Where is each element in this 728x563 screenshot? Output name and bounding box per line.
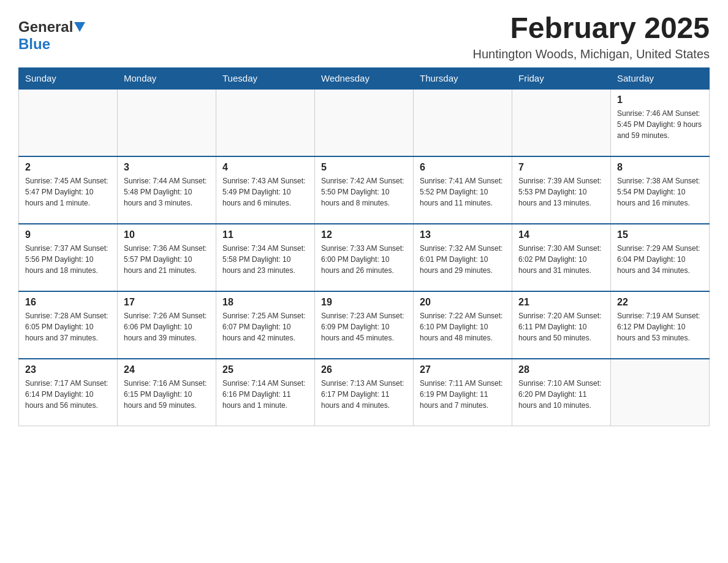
logo: General Blue: [18, 12, 85, 53]
day-number: 21: [518, 297, 604, 308]
day-info: Sunrise: 7:36 AM Sunset: 5:57 PM Dayligh…: [124, 243, 210, 276]
calendar-cell: 18Sunrise: 7:25 AM Sunset: 6:07 PM Dayli…: [216, 291, 315, 359]
calendar-cell: [315, 89, 414, 156]
col-wednesday: Wednesday: [315, 67, 414, 89]
day-number: 9: [25, 229, 111, 240]
calendar-cell: 8Sunrise: 7:38 AM Sunset: 5:54 PM Daylig…: [611, 156, 710, 224]
calendar-cell: 16Sunrise: 7:28 AM Sunset: 6:05 PM Dayli…: [19, 291, 118, 359]
day-info: Sunrise: 7:20 AM Sunset: 6:11 PM Dayligh…: [518, 310, 604, 343]
day-number: 4: [222, 162, 308, 173]
day-info: Sunrise: 7:37 AM Sunset: 5:56 PM Dayligh…: [25, 243, 111, 276]
col-monday: Monday: [118, 67, 216, 89]
day-number: 18: [222, 297, 308, 308]
day-info: Sunrise: 7:38 AM Sunset: 5:54 PM Dayligh…: [617, 175, 703, 209]
day-info: Sunrise: 7:34 AM Sunset: 5:58 PM Dayligh…: [222, 243, 308, 276]
day-number: 8: [617, 162, 703, 173]
calendar-cell: 17Sunrise: 7:26 AM Sunset: 6:06 PM Dayli…: [118, 291, 216, 359]
calendar-cell: 9Sunrise: 7:37 AM Sunset: 5:56 PM Daylig…: [19, 224, 118, 291]
day-info: Sunrise: 7:25 AM Sunset: 6:07 PM Dayligh…: [222, 310, 308, 343]
day-info: Sunrise: 7:42 AM Sunset: 5:50 PM Dayligh…: [321, 175, 407, 209]
calendar-cell: 6Sunrise: 7:41 AM Sunset: 5:52 PM Daylig…: [414, 156, 512, 224]
day-info: Sunrise: 7:16 AM Sunset: 6:15 PM Dayligh…: [124, 378, 210, 411]
day-number: 26: [321, 364, 407, 375]
day-number: 11: [222, 229, 308, 240]
calendar-week-row: 23Sunrise: 7:17 AM Sunset: 6:14 PM Dayli…: [19, 359, 710, 426]
day-number: 25: [222, 364, 308, 375]
col-tuesday: Tuesday: [216, 67, 315, 89]
day-number: 27: [420, 364, 506, 375]
calendar-cell: 3Sunrise: 7:44 AM Sunset: 5:48 PM Daylig…: [118, 156, 216, 224]
day-info: Sunrise: 7:26 AM Sunset: 6:06 PM Dayligh…: [124, 310, 210, 343]
day-info: Sunrise: 7:19 AM Sunset: 6:12 PM Dayligh…: [617, 310, 703, 343]
day-number: 3: [124, 162, 210, 173]
calendar-cell: 25Sunrise: 7:14 AM Sunset: 6:16 PM Dayli…: [216, 359, 315, 426]
day-info: Sunrise: 7:28 AM Sunset: 6:05 PM Dayligh…: [25, 310, 111, 343]
day-info: Sunrise: 7:41 AM Sunset: 5:52 PM Dayligh…: [420, 175, 506, 209]
calendar-cell: 27Sunrise: 7:11 AM Sunset: 6:19 PM Dayli…: [414, 359, 512, 426]
day-number: 15: [617, 229, 703, 240]
calendar-week-row: 16Sunrise: 7:28 AM Sunset: 6:05 PM Dayli…: [19, 291, 710, 359]
calendar-week-row: 9Sunrise: 7:37 AM Sunset: 5:56 PM Daylig…: [19, 224, 710, 291]
title-area: February 2025 Huntington Woods, Michigan…: [472, 12, 710, 61]
calendar-cell: [216, 89, 315, 156]
calendar-week-row: 2Sunrise: 7:45 AM Sunset: 5:47 PM Daylig…: [19, 156, 710, 224]
day-number: 19: [321, 297, 407, 308]
day-number: 23: [25, 364, 111, 375]
calendar-cell: [414, 89, 512, 156]
day-number: 6: [420, 162, 506, 173]
calendar-cell: 2Sunrise: 7:45 AM Sunset: 5:47 PM Daylig…: [19, 156, 118, 224]
day-info: Sunrise: 7:45 AM Sunset: 5:47 PM Dayligh…: [25, 175, 111, 209]
day-info: Sunrise: 7:32 AM Sunset: 6:01 PM Dayligh…: [420, 243, 506, 276]
day-number: 14: [518, 229, 604, 240]
day-number: 24: [124, 364, 210, 375]
col-friday: Friday: [512, 67, 611, 89]
col-saturday: Saturday: [611, 67, 710, 89]
day-number: 5: [321, 162, 407, 173]
calendar-cell: [512, 89, 611, 156]
calendar-cell: 24Sunrise: 7:16 AM Sunset: 6:15 PM Dayli…: [118, 359, 216, 426]
day-number: 10: [124, 229, 210, 240]
page-header: General Blue February 2025 Huntington Wo…: [18, 12, 710, 61]
day-info: Sunrise: 7:22 AM Sunset: 6:10 PM Dayligh…: [420, 310, 506, 343]
day-info: Sunrise: 7:33 AM Sunset: 6:00 PM Dayligh…: [321, 243, 407, 276]
day-number: 28: [518, 364, 604, 375]
day-info: Sunrise: 7:44 AM Sunset: 5:48 PM Dayligh…: [124, 175, 210, 209]
day-info: Sunrise: 7:39 AM Sunset: 5:53 PM Dayligh…: [518, 175, 604, 209]
calendar-cell: 1Sunrise: 7:46 AM Sunset: 5:45 PM Daylig…: [611, 89, 710, 156]
calendar-cell: 26Sunrise: 7:13 AM Sunset: 6:17 PM Dayli…: [315, 359, 414, 426]
day-info: Sunrise: 7:30 AM Sunset: 6:02 PM Dayligh…: [518, 243, 604, 276]
day-info: Sunrise: 7:11 AM Sunset: 6:19 PM Dayligh…: [420, 378, 506, 411]
month-title: February 2025: [472, 12, 710, 45]
day-info: Sunrise: 7:43 AM Sunset: 5:49 PM Dayligh…: [222, 175, 308, 209]
calendar-cell: 28Sunrise: 7:10 AM Sunset: 6:20 PM Dayli…: [512, 359, 611, 426]
calendar-cell: 22Sunrise: 7:19 AM Sunset: 6:12 PM Dayli…: [611, 291, 710, 359]
day-number: 20: [420, 297, 506, 308]
calendar-cell: 4Sunrise: 7:43 AM Sunset: 5:49 PM Daylig…: [216, 156, 315, 224]
calendar-cell: 13Sunrise: 7:32 AM Sunset: 6:01 PM Dayli…: [414, 224, 512, 291]
day-info: Sunrise: 7:17 AM Sunset: 6:14 PM Dayligh…: [25, 378, 111, 411]
calendar-cell: 23Sunrise: 7:17 AM Sunset: 6:14 PM Dayli…: [19, 359, 118, 426]
day-info: Sunrise: 7:10 AM Sunset: 6:20 PM Dayligh…: [518, 378, 604, 411]
day-number: 16: [25, 297, 111, 308]
col-sunday: Sunday: [19, 67, 118, 89]
calendar-cell: 5Sunrise: 7:42 AM Sunset: 5:50 PM Daylig…: [315, 156, 414, 224]
logo-general-text: General: [18, 18, 73, 36]
logo-triangle-icon: [74, 22, 85, 33]
calendar-cell: 10Sunrise: 7:36 AM Sunset: 5:57 PM Dayli…: [118, 224, 216, 291]
day-number: 17: [124, 297, 210, 308]
day-number: 22: [617, 297, 703, 308]
calendar-table: Sunday Monday Tuesday Wednesday Thursday…: [18, 67, 710, 427]
calendar-cell: 11Sunrise: 7:34 AM Sunset: 5:58 PM Dayli…: [216, 224, 315, 291]
calendar-week-row: 1Sunrise: 7:46 AM Sunset: 5:45 PM Daylig…: [19, 89, 710, 156]
day-info: Sunrise: 7:23 AM Sunset: 6:09 PM Dayligh…: [321, 310, 407, 343]
calendar-cell: 7Sunrise: 7:39 AM Sunset: 5:53 PM Daylig…: [512, 156, 611, 224]
calendar-cell: [19, 89, 118, 156]
day-number: 12: [321, 229, 407, 240]
calendar-cell: 14Sunrise: 7:30 AM Sunset: 6:02 PM Dayli…: [512, 224, 611, 291]
day-info: Sunrise: 7:14 AM Sunset: 6:16 PM Dayligh…: [222, 378, 308, 411]
calendar-cell: [611, 359, 710, 426]
logo-blue-text: Blue: [18, 36, 50, 52]
location-title: Huntington Woods, Michigan, United State…: [472, 47, 710, 61]
col-thursday: Thursday: [414, 67, 512, 89]
calendar-cell: [118, 89, 216, 156]
